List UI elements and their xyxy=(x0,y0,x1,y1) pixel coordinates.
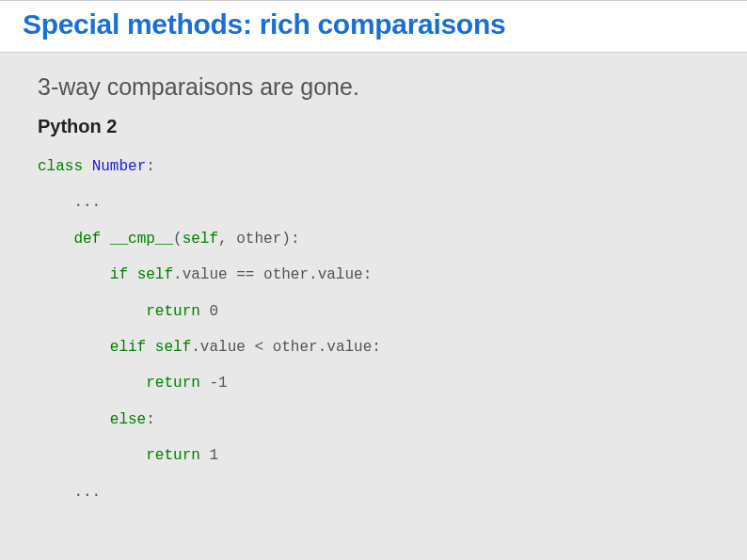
code-token xyxy=(83,158,92,175)
code-token: other.value: xyxy=(263,339,381,356)
code-token xyxy=(146,339,155,356)
code-token: 0 xyxy=(209,303,218,320)
code-token: __cmp__ xyxy=(110,231,173,248)
slide-subtitle: 3-way comparaisons are gone. xyxy=(38,73,709,101)
code-token: .value xyxy=(191,339,254,356)
code-token: ... xyxy=(73,194,101,211)
code-token: class xyxy=(38,158,83,175)
code-token: self xyxy=(137,266,173,283)
title-bar: Special methods: rich comparaisons xyxy=(0,0,747,53)
section-label: Python 2 xyxy=(38,116,709,137)
code-token: return xyxy=(146,303,200,320)
code-token: == xyxy=(236,266,254,283)
code-token: if xyxy=(110,266,128,283)
slide-title: Special methods: rich comparaisons xyxy=(23,8,724,40)
code-token: return xyxy=(146,447,200,464)
code-token: , other): xyxy=(218,231,299,248)
code-token xyxy=(200,447,210,464)
code-token: self xyxy=(183,231,218,248)
code-token: def xyxy=(73,231,101,248)
code-token: return xyxy=(146,375,200,392)
code-token: - xyxy=(209,375,218,392)
code-token: < xyxy=(254,339,263,356)
code-token: .value xyxy=(173,266,236,283)
code-block: class Number: ... def __cmp__(self, othe… xyxy=(38,149,709,510)
code-token: self xyxy=(155,339,191,356)
code-token xyxy=(200,303,210,320)
code-token: ... xyxy=(73,484,101,501)
code-token: 1 xyxy=(218,375,228,392)
code-token: else xyxy=(110,411,146,428)
code-token xyxy=(200,375,210,392)
code-token: elif xyxy=(110,339,146,356)
code-token xyxy=(101,231,110,248)
slide: Special methods: rich comparaisons 3-way… xyxy=(0,0,747,560)
code-token: other.value: xyxy=(254,266,372,283)
slide-content: 3-way comparaisons are gone. Python 2 cl… xyxy=(0,53,747,510)
code-token: ( xyxy=(173,231,183,248)
code-token: : xyxy=(146,158,155,175)
code-token: : xyxy=(146,411,155,428)
code-token xyxy=(128,266,137,283)
code-token: 1 xyxy=(209,447,218,464)
code-token: Number xyxy=(92,158,147,175)
